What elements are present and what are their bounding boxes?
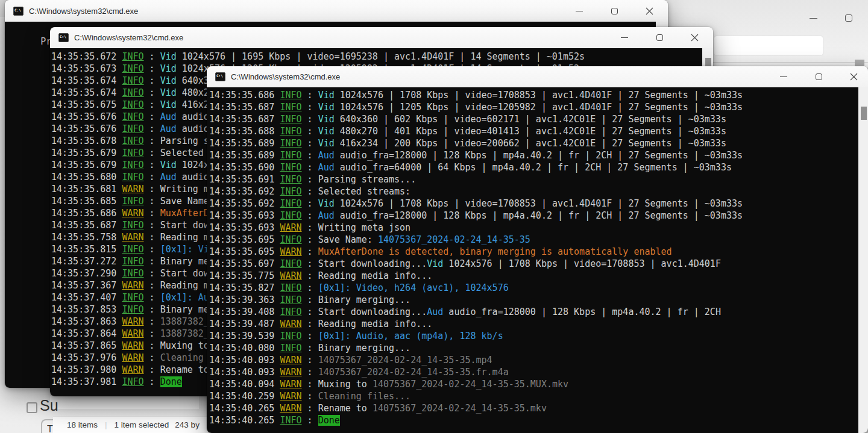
minimize-icon (621, 37, 628, 38)
title-bar[interactable]: C:\ C:\Windows\system32\cmd.exe (50, 27, 713, 48)
close-button[interactable] (632, 0, 667, 22)
window-title: C:\Windows\system32\cmd.exe (231, 72, 340, 81)
window-title: C:\Windows\system32\cmd.exe (29, 7, 138, 16)
title-bar[interactable]: C:\ C:\Windows\system32\cmd.exe (207, 66, 868, 87)
console-line: 14:35:35.695 WARN : MuxAfterDone is dete… (209, 246, 868, 258)
console-line: 14:35:35.695 INFO : Save Name: 14075367_… (209, 234, 868, 246)
explorer-search-input[interactable] (714, 36, 823, 55)
console-line: 14:35:35.690 INFO : Aud audio_fra=64000 … (209, 161, 868, 173)
file-select-checkbox[interactable] (27, 402, 37, 413)
cmd-app-icon: C:\ (215, 72, 225, 81)
console-line: 14:35:35.689 INFO : Vid 416x234 | 200 Kb… (209, 137, 868, 149)
file-name-label: Su (40, 397, 58, 414)
console-line: 14:35:40.265 INFO : Done (209, 414, 868, 426)
window-title: C:\Windows\system32\cmd.exe (74, 33, 183, 42)
console-line: 14:35:35.686 INFO : Vid 1024x576 | 1708 … (209, 89, 868, 101)
console-line: 14:35:35.687 INFO : Vid 1024x576 | 1205 … (209, 101, 868, 113)
cmd-window-front: C:\ C:\Windows\system32\cmd.exe 14:35:35… (207, 66, 868, 433)
maximize-icon[interactable] (845, 14, 852, 22)
minimize-icon[interactable] (810, 18, 817, 19)
maximize-icon (656, 34, 663, 41)
console-line: 14:35:35.688 INFO : Vid 480x270 | 401 Kb… (209, 125, 868, 137)
close-icon (646, 7, 653, 15)
console-line: 14:35:40.259 WARN : Cleaning files... (209, 390, 868, 402)
minimize-icon (576, 11, 583, 11)
minimize-button[interactable] (562, 0, 597, 22)
status-items-count: 18 items (67, 420, 98, 429)
scrollbar-thumb[interactable] (861, 107, 867, 120)
console-line: 14:35:35.672 INFO : Vid 1024x576 | 1695 … (51, 51, 713, 63)
explorer-list-background (50, 396, 199, 409)
close-icon (850, 73, 858, 81)
cmd-app-icon: C:\ (13, 7, 24, 16)
explorer-scrollbar-fragment[interactable] (855, 60, 864, 66)
status-selected-size: 243 by (175, 420, 200, 429)
maximize-icon (611, 8, 618, 14)
console-line: 14:35:35.693 WARN : Writing meta json (209, 222, 868, 234)
cmd-app-icon: C:\ (58, 33, 69, 42)
console-line: 14:35:35.693 INFO : Aud audio_fra=128000… (209, 210, 868, 222)
console-line: 14:35:35.692 INFO : Vid 1024x576 | 1708 … (209, 198, 868, 210)
minimize-icon (780, 76, 787, 77)
status-divider: | (105, 420, 107, 429)
maximize-button[interactable] (801, 66, 836, 87)
console-line: 14:35:35.687 INFO : Vid 640x360 | 602 Kb… (209, 113, 868, 125)
scrollbar-track[interactable] (858, 87, 868, 433)
maximize-button[interactable] (642, 27, 677, 48)
console-line: 14:35:35.689 INFO : Aud audio_fra=128000… (209, 149, 868, 161)
minimize-button[interactable] (766, 66, 801, 87)
console-line: 14:35:35.697 INFO : Start downloading...… (209, 258, 868, 270)
console-line: 14:35:35.692 INFO : Selected streams: (209, 185, 868, 198)
title-bar[interactable]: C:\ C:\Windows\system32\cmd.exe (5, 0, 668, 22)
close-icon (691, 34, 699, 42)
close-button[interactable] (677, 27, 712, 48)
status-selected-count: 1 item selected (115, 420, 169, 429)
console-line: 14:35:35.691 INFO : Parsing streams... (209, 173, 868, 185)
console-line: 14:35:40.093 WARN : 14075367_2024-02-24_… (209, 354, 868, 366)
console-output[interactable]: 14:35:35.686 INFO : Vid 1024x576 | 1708 … (207, 87, 868, 433)
console-line: 14:35:39.487 WARN : Reading media info..… (209, 318, 868, 330)
console-line: 14:35:39.363 INFO : Binary merging... (209, 294, 868, 306)
console-line: 14:35:40.094 WARN : Muxing to 14075367_2… (209, 378, 868, 390)
desktop: Su Th 18 items | 1 item selected 243 by … (0, 0, 868, 433)
console-line: 14:35:35.775 WARN : Reading media info..… (209, 270, 868, 282)
console-line: 14:35:40.093 WARN : 14075367_2024-02-24_… (209, 366, 868, 378)
explorer-status-bar: 18 items | 1 item selected 243 by (53, 416, 208, 433)
maximize-button[interactable] (597, 0, 632, 22)
console-line: 14:35:35.827 INFO : [0x1]: Video, h264 (… (209, 282, 868, 294)
console-line: 14:35:39.408 INFO : Start downloading...… (209, 306, 868, 318)
console-line: 14:35:40.265 WARN : Rename to 14075367_2… (209, 402, 868, 414)
console-line: 14:35:39.539 INFO : [0x1]: Audio, aac (m… (209, 330, 868, 342)
maximize-icon (816, 73, 822, 80)
minimize-button[interactable] (607, 27, 642, 48)
close-button[interactable] (836, 66, 868, 87)
console-line: 14:35:40.080 INFO : Binary merging... (209, 342, 868, 354)
